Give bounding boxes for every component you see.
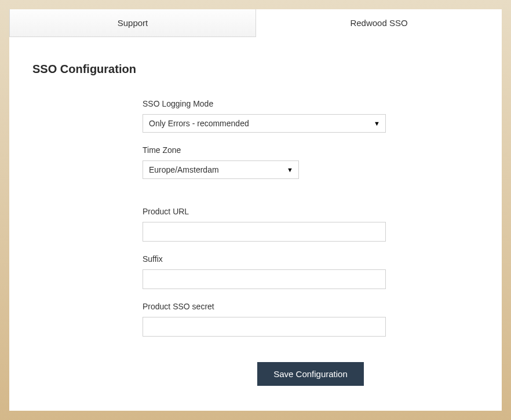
product-sso-secret-input[interactable] [143,317,386,337]
logging-mode-label: SSO Logging Mode [143,99,479,108]
logging-mode-select-wrapper: Only Errors - recommended ▼ [143,114,386,133]
tab-redwood-sso[interactable]: Redwood SSO [256,9,502,37]
page-title: SSO Configuration [32,63,479,76]
time-zone-select[interactable]: Europe/Amsterdam [143,160,299,179]
product-url-input[interactable] [143,222,386,242]
suffix-input[interactable] [143,269,386,289]
product-sso-secret-label: Product SSO secret [143,302,479,311]
content-area: SSO Configuration SSO Logging Mode Only … [9,37,502,403]
save-configuration-button[interactable]: Save Configuration [257,362,364,386]
settings-panel: Support Redwood SSO SSO Configuration SS… [9,9,502,411]
button-row: Save Configuration [143,362,479,386]
time-zone-label: Time Zone [143,145,479,155]
product-url-label: Product URL [143,207,479,216]
tab-support[interactable]: Support [9,9,256,37]
form-area: SSO Logging Mode Only Errors - recommend… [32,99,479,386]
tab-bar: Support Redwood SSO [9,9,502,37]
form-spacer [143,192,479,207]
logging-mode-select[interactable]: Only Errors - recommended [143,114,386,133]
tab-support-label: Support [118,18,148,28]
suffix-label: Suffix [143,254,479,264]
time-zone-select-wrapper: Europe/Amsterdam ▼ [143,160,299,179]
tab-redwood-sso-label: Redwood SSO [350,18,407,28]
